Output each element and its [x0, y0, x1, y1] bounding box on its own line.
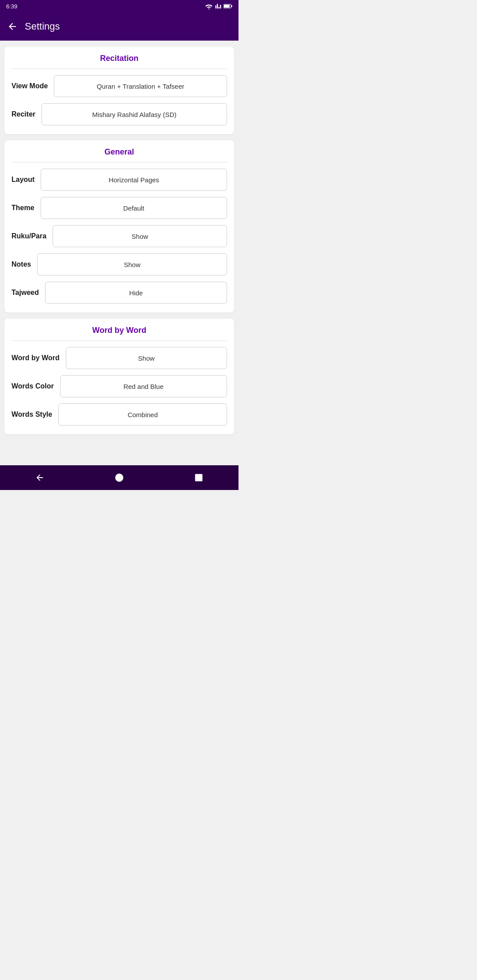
- setting-row-words-color: Words Color Red and Blue: [11, 375, 227, 397]
- setting-row-tajweed: Tajweed Hide: [11, 282, 227, 304]
- ruku-para-button[interactable]: Show: [53, 225, 227, 247]
- setting-row-theme: Theme Default: [11, 197, 227, 219]
- section-word-by-word: Word by Word Word by Word Show Words Col…: [4, 319, 234, 434]
- words-style-label: Words Style: [11, 411, 52, 418]
- svg-rect-4: [195, 474, 203, 482]
- signal-icon: [215, 3, 221, 9]
- wbw-divider: [11, 340, 227, 341]
- bottom-navigation: [0, 465, 238, 490]
- svg-point-3: [115, 474, 123, 482]
- svg-rect-1: [231, 5, 232, 7]
- section-recitation: Recitation View Mode Quran + Translation…: [4, 47, 234, 134]
- view-mode-label: View Mode: [11, 82, 48, 90]
- nav-recent-button[interactable]: [186, 465, 212, 490]
- theme-label: Theme: [11, 204, 34, 212]
- page-title: Settings: [25, 21, 60, 32]
- setting-row-notes: Notes Show: [11, 253, 227, 275]
- layout-button[interactable]: Horizontal Pages: [41, 169, 227, 191]
- setting-row-view-mode: View Mode Quran + Translation + Tafseer: [11, 75, 227, 97]
- app-header: Settings: [0, 12, 238, 41]
- setting-row-wbw: Word by Word Show: [11, 347, 227, 369]
- ruku-para-label: Ruku/Para: [11, 232, 46, 240]
- status-icons: [205, 3, 232, 9]
- wbw-button[interactable]: Show: [66, 347, 227, 369]
- layout-label: Layout: [11, 176, 34, 184]
- words-color-button[interactable]: Red and Blue: [60, 375, 227, 397]
- svg-rect-2: [224, 5, 230, 8]
- notes-label: Notes: [11, 260, 31, 268]
- tajweed-label: Tajweed: [11, 289, 39, 297]
- nav-back-button[interactable]: [26, 465, 53, 490]
- words-color-label: Words Color: [11, 382, 54, 390]
- back-button[interactable]: [7, 21, 18, 32]
- section-general-title: General: [11, 140, 227, 162]
- wifi-icon: [205, 3, 213, 9]
- general-divider: [11, 162, 227, 162]
- tajweed-button[interactable]: Hide: [45, 282, 227, 304]
- battery-icon: [223, 4, 232, 9]
- wbw-label: Word by Word: [11, 354, 60, 362]
- section-recitation-title: Recitation: [11, 47, 227, 68]
- words-style-button[interactable]: Combined: [58, 403, 227, 426]
- setting-row-reciter: Reciter Mishary Rashid Alafasy (SD): [11, 103, 227, 125]
- section-general: General Layout Horizontal Pages Theme De…: [4, 140, 234, 313]
- nav-home-button[interactable]: [106, 465, 132, 490]
- setting-row-ruku-para: Ruku/Para Show: [11, 225, 227, 247]
- reciter-button[interactable]: Mishary Rashid Alafasy (SD): [42, 103, 227, 125]
- section-wbw-title: Word by Word: [11, 319, 227, 340]
- recitation-divider: [11, 68, 227, 69]
- setting-row-layout: Layout Horizontal Pages: [11, 169, 227, 191]
- notes-button[interactable]: Show: [37, 253, 227, 275]
- settings-content: Recitation View Mode Quran + Translation…: [0, 41, 238, 465]
- setting-row-words-style: Words Style Combined: [11, 403, 227, 426]
- theme-button[interactable]: Default: [41, 197, 227, 219]
- view-mode-button[interactable]: Quran + Translation + Tafseer: [54, 75, 227, 97]
- status-time: 6:39: [6, 3, 205, 10]
- status-bar: 6:39: [0, 0, 238, 12]
- reciter-label: Reciter: [11, 110, 35, 118]
